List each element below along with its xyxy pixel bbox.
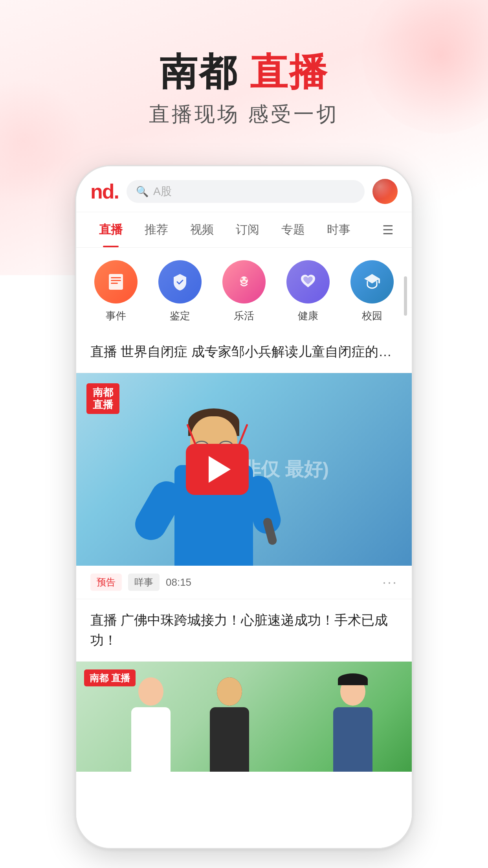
svg-rect-9 bbox=[378, 279, 380, 283]
person-3 bbox=[325, 677, 380, 772]
category-label-health: 健康 bbox=[298, 309, 318, 323]
news-item-1[interactable]: 直播 世界自闭症 成专家邹小兵解读儿童自闭症的… bbox=[76, 331, 412, 373]
category-icon-health bbox=[286, 260, 330, 303]
app-header: nd. 🔍 A股 bbox=[76, 166, 412, 212]
nav-tabs: 直播 推荐 视频 订阅 专题 时事 ☰ bbox=[76, 212, 412, 248]
person-2 bbox=[202, 677, 257, 772]
hero-title-red: 直播 bbox=[250, 51, 328, 93]
category-icon-identify bbox=[158, 260, 202, 303]
category-icon-life bbox=[222, 260, 266, 303]
category-item-campus[interactable]: 校园 bbox=[340, 260, 404, 323]
svg-rect-2 bbox=[111, 280, 121, 281]
hero-title-black: 南都 bbox=[160, 51, 238, 93]
hero-title: 南都 直播 bbox=[0, 51, 488, 93]
meta-time: 08:15 bbox=[166, 576, 191, 588]
tab-live[interactable]: 直播 bbox=[88, 212, 134, 247]
app-logo: nd. bbox=[90, 180, 119, 203]
news-label-3: 南都 直播 bbox=[84, 669, 136, 686]
search-icon: 🔍 bbox=[136, 186, 149, 198]
news-thumb-bg-3: 南都 直播 bbox=[76, 662, 412, 772]
category-label-campus: 校园 bbox=[362, 309, 382, 323]
hero-section: 南都 直播 直播现场 感受一切 bbox=[0, 51, 488, 128]
video-meta: 预告 咩事 08:15 ··· bbox=[76, 566, 412, 599]
category-icon-campus bbox=[350, 260, 394, 303]
category-icon-events bbox=[94, 260, 138, 303]
tag-preview: 预告 bbox=[90, 574, 122, 591]
more-options-icon[interactable]: ··· bbox=[382, 574, 398, 590]
category-label-events: 事件 bbox=[106, 309, 126, 323]
hero-subtitle: 直播现场 感受一切 bbox=[0, 101, 488, 128]
svg-point-5 bbox=[240, 278, 243, 280]
phone-frame: nd. 🔍 A股 直播 推荐 视频 订阅 bbox=[75, 165, 413, 849]
play-button[interactable] bbox=[186, 444, 249, 495]
nav-more-icon[interactable]: ☰ bbox=[376, 215, 400, 245]
news-thumbnail-3[interactable]: 南都 直播 bbox=[76, 662, 412, 772]
search-bar[interactable]: 🔍 A股 bbox=[127, 180, 365, 203]
svg-rect-1 bbox=[111, 277, 121, 278]
tab-recommend[interactable]: 推荐 bbox=[134, 212, 179, 247]
category-item-identify[interactable]: 鉴定 bbox=[148, 260, 212, 323]
video-thumbnail[interactable]: 信 (并非仅 最好) 南都 直播 bbox=[76, 373, 412, 566]
category-row: 事件 鉴定 bbox=[76, 248, 412, 331]
svg-rect-0 bbox=[109, 274, 123, 290]
person-1 bbox=[123, 677, 178, 772]
scrollbar[interactable] bbox=[404, 276, 407, 316]
category-item-health[interactable]: 健康 bbox=[276, 260, 340, 323]
category-item-events[interactable]: 事件 bbox=[84, 260, 148, 323]
app-content: nd. 🔍 A股 直播 推荐 视频 订阅 bbox=[76, 166, 412, 848]
tab-subscribe[interactable]: 订阅 bbox=[225, 212, 270, 247]
news-item-2[interactable]: 直播 广佛中珠跨城接力！心脏速递成功！手术已成功！ bbox=[76, 599, 412, 662]
svg-marker-8 bbox=[364, 274, 380, 283]
svg-point-7 bbox=[242, 281, 246, 283]
category-label-identify: 鉴定 bbox=[170, 309, 190, 323]
video-label: 南都 直播 bbox=[86, 383, 119, 414]
svg-point-6 bbox=[245, 278, 248, 280]
tab-video[interactable]: 视频 bbox=[179, 212, 225, 247]
tag-category: 咩事 bbox=[128, 574, 160, 591]
play-triangle bbox=[209, 456, 231, 483]
avatar-image bbox=[372, 179, 398, 204]
tab-news[interactable]: 时事 bbox=[316, 212, 361, 247]
svg-rect-3 bbox=[111, 283, 118, 284]
play-button-container[interactable] bbox=[186, 444, 249, 495]
tab-topic[interactable]: 专题 bbox=[270, 212, 316, 247]
category-item-life[interactable]: 乐活 bbox=[212, 260, 276, 323]
category-label-life: 乐活 bbox=[234, 309, 254, 323]
avatar[interactable] bbox=[372, 179, 398, 204]
search-placeholder-text: A股 bbox=[153, 184, 172, 199]
